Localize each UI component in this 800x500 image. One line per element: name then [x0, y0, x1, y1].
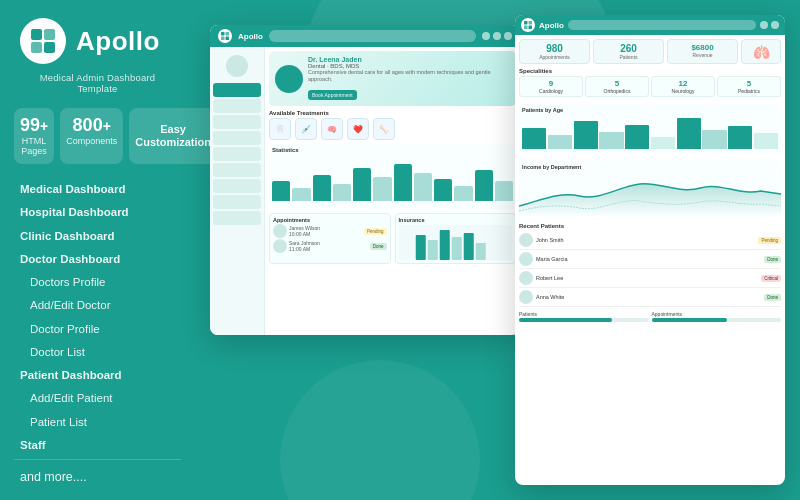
- patient-name-1: John Smith: [536, 237, 755, 243]
- patient-avatar-3: [519, 271, 533, 285]
- age-bar-1: [522, 128, 546, 149]
- logo-svg: [28, 26, 58, 56]
- sec-stat-patients: 260 Patients: [593, 39, 664, 64]
- nav-patient-list[interactable]: Patient List: [0, 411, 195, 434]
- mini-sidebar-item-4: [213, 147, 261, 161]
- nav-doctors-profile[interactable]: Doctors Profile: [0, 271, 195, 294]
- age-bar-6: [651, 137, 675, 149]
- mini-logo: [218, 29, 232, 43]
- patient-badge-3: Critical: [761, 275, 781, 282]
- mini-main-area: Dr. Leena Jaden Dental · BDS, MDS Compre…: [265, 47, 520, 335]
- mini-icon-2: [493, 32, 501, 40]
- progress-patients-fill: [519, 318, 612, 322]
- stat-html-pages: 99+ HTML Pages: [14, 108, 54, 164]
- progress-appointments-fill: [652, 318, 727, 322]
- mini-sidebar-avatar: [226, 55, 248, 77]
- sec-lung-icon: 🫁: [741, 39, 781, 64]
- doctor-desc: Comprehensive dental care for all ages w…: [308, 69, 510, 83]
- mini-icon-3: [504, 32, 512, 40]
- patients-age-title: Patients by Age: [522, 107, 778, 113]
- recent-patients-list: Recent Patients John Smith Pending Maria…: [515, 221, 785, 309]
- bar-10: [454, 186, 472, 201]
- mini-icon-1: [482, 32, 490, 40]
- bar-chart: [272, 153, 513, 201]
- patient-row-4: Anna White Done: [519, 288, 781, 307]
- book-appointment-btn[interactable]: Book Appointment: [308, 90, 357, 100]
- treatment-icon-1: 🦷: [269, 118, 291, 140]
- age-bar-2: [548, 135, 572, 149]
- mini-sidebar-item-active: [213, 83, 261, 97]
- sec-specialities-title: Specialities: [519, 68, 781, 74]
- progress-appointments-label: Appointments: [652, 311, 683, 317]
- main-container: Apollo Medical Admin Dashboard Template …: [0, 0, 800, 500]
- insurance-chart: [399, 225, 513, 260]
- sec-stat-appointments: 980 Appointments: [519, 39, 590, 64]
- nav-staff[interactable]: Staff: [0, 434, 195, 455]
- nav-patient-dashboard[interactable]: Patient Dashboard: [0, 364, 195, 387]
- bar-5: [353, 168, 371, 201]
- age-bar-5: [625, 125, 649, 150]
- svg-rect-14: [524, 21, 528, 25]
- nav-medical-dashboard[interactable]: Medical Dashboard: [0, 178, 195, 201]
- patient-avatar-2: [519, 252, 533, 266]
- doctor-profile-card: Dr. Leena Jaden Dental · BDS, MDS Compre…: [269, 51, 516, 106]
- bar-4: [333, 184, 351, 202]
- sec-patients-age-section: Patients by Age: [515, 102, 785, 159]
- nav-clinic-dashboard[interactable]: Clinic Dashboard: [0, 225, 195, 248]
- appt-avatar-1: [273, 224, 287, 238]
- bar-8: [414, 173, 432, 202]
- age-bar-7: [677, 118, 701, 150]
- mini-sidebar-item-2: [213, 115, 261, 129]
- appt-avatar-2: [273, 239, 287, 253]
- income-svg: [519, 176, 781, 216]
- patient-avatar-4: [519, 290, 533, 304]
- mini-sidebar-item-1: [213, 99, 261, 113]
- bar-11: [475, 170, 493, 201]
- svg-rect-15: [529, 21, 533, 25]
- mini-sidebar-item-3: [213, 131, 261, 145]
- sec-icon-2: [771, 21, 779, 29]
- appt-status-2: Done: [370, 243, 387, 250]
- sec-grid-orthopedics: 5Orthopedics: [585, 76, 649, 97]
- svg-rect-2: [31, 42, 42, 53]
- appt-status-1: Pending: [364, 228, 387, 235]
- stat-components-label: Components: [66, 136, 117, 146]
- svg-rect-5: [226, 32, 230, 36]
- bar-7: [394, 164, 412, 201]
- patient-badge-4: Done: [764, 294, 781, 301]
- income-title: Income by Department: [522, 164, 778, 170]
- stat-components-number: 800+: [66, 116, 117, 134]
- nav-hospital-dashboard[interactable]: Hospital Dashboard: [0, 201, 195, 224]
- sec-grid-neurology: 12Neurology: [651, 76, 715, 97]
- bar-9: [434, 179, 452, 201]
- nav-add-edit-patient[interactable]: Add/Edit Patient: [0, 387, 195, 410]
- patient-avatar-1: [519, 233, 533, 247]
- svg-rect-11: [451, 237, 461, 260]
- sec-icon-1: [760, 21, 768, 29]
- left-sidebar: Apollo Medical Admin Dashboard Template …: [0, 0, 195, 500]
- progress-patients-bg: [519, 318, 649, 322]
- sec-logo-svg: [523, 20, 533, 30]
- nav-add-edit-doctor[interactable]: Add/Edit Doctor: [0, 294, 195, 317]
- svg-rect-7: [226, 37, 230, 41]
- age-bar-4: [599, 132, 623, 150]
- treatment-icon-5: 🦴: [373, 118, 395, 140]
- appointments-card: Appointments James Wilson10:00 AM Pendin…: [269, 213, 391, 264]
- mini-icons: [482, 32, 512, 40]
- sec-specialities-section: Specialities 9Cardiology 5Orthopedics 12…: [515, 66, 785, 102]
- sec-search: [568, 20, 756, 30]
- nav-doctor-list[interactable]: Doctor List: [0, 341, 195, 364]
- nav-doctor-profile[interactable]: Doctor Profile: [0, 318, 195, 341]
- svg-rect-10: [439, 230, 449, 260]
- svg-rect-6: [221, 37, 225, 41]
- logo-text: Apollo: [76, 26, 160, 57]
- patient-name-2: Maria Garcia: [536, 256, 761, 262]
- insurance-card: Insurance: [395, 213, 517, 264]
- income-line-chart: Income by Department: [519, 161, 781, 216]
- svg-rect-3: [44, 42, 55, 53]
- stat-html-pages-label: HTML Pages: [20, 136, 48, 156]
- progress-appointments: Appointments: [652, 311, 782, 322]
- mini-sidebar-item-6: [213, 179, 261, 193]
- nav-doctor-dashboard[interactable]: Doctor Dashboard: [0, 248, 195, 271]
- mini-sidebar: [210, 47, 265, 335]
